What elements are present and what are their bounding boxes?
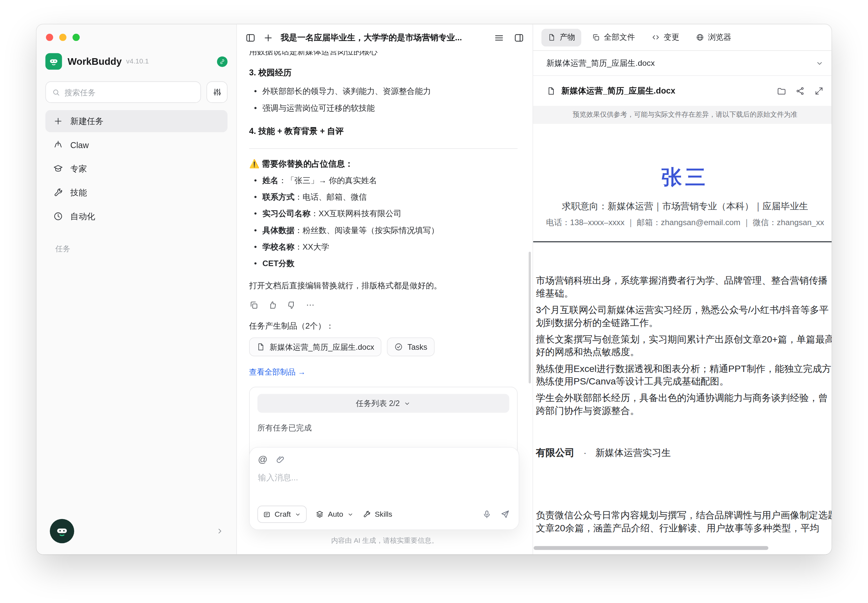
placeholder-item: CET分数 bbox=[249, 255, 518, 271]
message-divider bbox=[249, 148, 518, 149]
chevron-right-icon bbox=[215, 527, 224, 536]
plus-icon bbox=[53, 116, 63, 126]
sidebar-menu: 新建任务 Claw 专家 bbox=[45, 110, 228, 227]
sidebar-item-label: 专家 bbox=[70, 164, 87, 174]
preview-disclaimer: 预览效果仅供参考，可能与实际文件存在差异，请以下载后的原始文件为准 bbox=[533, 106, 832, 124]
auto-mode-button[interactable]: Auto bbox=[316, 510, 353, 518]
task-list-title: 任务列表 2/2 bbox=[356, 397, 400, 410]
app-name: WorkBuddy bbox=[67, 56, 122, 67]
resume-line: 熟练使用Excel进行数据透视和图表分析；精通PPT制作，能独立完成方 bbox=[536, 362, 832, 375]
warning-heading: ⚠️ 需要你替换的占位信息： bbox=[249, 158, 518, 170]
files-icon bbox=[592, 33, 600, 41]
resume-line: 维基础。 bbox=[536, 287, 832, 300]
bullet-item: 外联部部长的领导力、谈判能力、资源整合能力 bbox=[249, 83, 518, 99]
composer-toolbar: Craft Auto Skills bbox=[257, 506, 510, 523]
warning-icon: ⚠️ bbox=[249, 159, 259, 168]
expand-icon[interactable] bbox=[814, 86, 824, 95]
search-icon bbox=[52, 88, 60, 97]
history-panel-icon[interactable] bbox=[245, 32, 256, 43]
tab-all-files[interactable]: 全部文件 bbox=[586, 28, 641, 46]
message-actions bbox=[249, 300, 518, 310]
craft-mode-button[interactable]: Craft bbox=[257, 506, 307, 523]
skills-button[interactable]: Skills bbox=[363, 510, 392, 518]
split-panel-icon[interactable] bbox=[514, 32, 524, 43]
placeholder-item: 联系方式：电话、邮箱、微信 bbox=[249, 189, 518, 205]
chat-header: 我是一名应届毕业生，大学学的是市场营销专业... bbox=[237, 25, 533, 51]
resume-line: 3个月互联网公司新媒体运营实习经历，熟悉公众号/小红书/抖音等多平 bbox=[536, 304, 832, 316]
new-chat-icon[interactable] bbox=[263, 32, 274, 43]
search-row bbox=[45, 81, 228, 103]
sidebar-footer bbox=[50, 519, 224, 543]
search-input[interactable] bbox=[65, 88, 194, 97]
layers-icon bbox=[316, 510, 324, 518]
more-options-icon[interactable] bbox=[305, 300, 315, 310]
link-icon bbox=[219, 59, 225, 65]
message-input[interactable] bbox=[258, 472, 510, 482]
app-logo-icon bbox=[45, 53, 62, 70]
resume-line: 市场营销科班出身，系统掌握消费者行为学、品牌管理、整合营销传播 bbox=[536, 274, 832, 287]
attach-icon[interactable] bbox=[276, 455, 285, 464]
sidebar-item-automation[interactable]: 自动化 bbox=[45, 205, 228, 227]
sidebar-item-label: 新建任务 bbox=[70, 116, 104, 127]
microphone-icon[interactable] bbox=[482, 509, 491, 519]
view-all-artifacts-link[interactable]: 查看全部制品 → bbox=[249, 366, 305, 378]
check-circle-icon bbox=[394, 342, 403, 351]
automation-icon bbox=[53, 211, 63, 221]
screen: WorkBuddy v4.10.1 bbox=[0, 0, 868, 603]
sidebar-item-claw[interactable]: Claw bbox=[45, 134, 228, 156]
placeholder-item: 实习公司名称：XX互联网科技有限公司 bbox=[249, 205, 518, 222]
menu-icon[interactable] bbox=[494, 32, 504, 43]
zoom-window-button[interactable] bbox=[73, 34, 80, 41]
clipped-message-line: 用数据说话是新媒体运营岗位的核心 bbox=[249, 51, 518, 57]
filter-button[interactable] bbox=[206, 81, 228, 103]
expert-icon bbox=[53, 164, 63, 173]
placeholder-list: 姓名：「张三」→ 你的真实姓名 联系方式：电话、邮箱、微信 实习公司名称：XX互… bbox=[249, 172, 518, 271]
close-window-button[interactable] bbox=[46, 34, 53, 41]
claw-icon bbox=[53, 140, 63, 150]
tasks-chip[interactable]: Tasks bbox=[387, 337, 435, 356]
sidebar-item-experts[interactable]: 专家 bbox=[45, 158, 228, 180]
artifact-chips: 新媒体运营_简历_应届生.docx Tasks bbox=[249, 337, 518, 356]
composer-attachments-row: @ bbox=[258, 455, 510, 464]
resume-line: 熟练使用PS/Canva等设计工具完成基础配图。 bbox=[536, 375, 832, 388]
preview-horizontal-scrollbar[interactable] bbox=[533, 546, 769, 550]
artifacts-label: 任务产生制品（2个）： bbox=[249, 320, 518, 332]
resume-line: 划到数据分析的全链路工作。 bbox=[536, 316, 832, 329]
resume-line: 协助运营小红书和企业抖音账号，参与短视频脚本策划与拍摄执行； bbox=[536, 553, 832, 554]
tab-browser[interactable]: 浏览器 bbox=[690, 28, 737, 46]
tasks-chip-label: Tasks bbox=[408, 341, 427, 353]
sidebar-item-skills[interactable]: 技能 bbox=[45, 181, 228, 204]
user-avatar[interactable] bbox=[50, 519, 74, 543]
sidebar: WorkBuddy v4.10.1 bbox=[36, 25, 237, 554]
artifact-file-chip[interactable]: 新媒体运营_简历_应届生.docx bbox=[249, 337, 381, 356]
resume-line: 好的网感和热点敏感度。 bbox=[536, 346, 832, 358]
document-preview: 张三 求职意向：新媒体运营｜市场营销专业（本科）｜应届毕业生 电话：138–xx… bbox=[533, 124, 832, 554]
sliders-icon bbox=[212, 87, 222, 97]
sidebar-item-label: Claw bbox=[70, 140, 89, 150]
open-folder-icon[interactable] bbox=[777, 86, 786, 95]
window-controls bbox=[36, 25, 236, 41]
send-icon[interactable] bbox=[501, 509, 510, 519]
task-list-status: 所有任务已完成 bbox=[257, 422, 509, 434]
bullet-item: 强调与运营岗位可迁移的软技能 bbox=[249, 99, 518, 116]
app-version: v4.10.1 bbox=[126, 57, 149, 65]
task-list-header[interactable]: 任务列表 2/2 bbox=[257, 394, 509, 413]
copy-icon[interactable] bbox=[249, 300, 258, 310]
artifact-file-dropdown[interactable]: 新媒体运营_简历_应届生.docx bbox=[533, 51, 832, 76]
chat-scrollbar[interactable] bbox=[529, 252, 531, 383]
ai-disclaimer: 内容由 AI 生成，请核实重要信息。 bbox=[237, 536, 533, 546]
connection-status-badge[interactable] bbox=[217, 56, 228, 67]
artifact-panel: 产物 全部文件 变更 bbox=[533, 25, 832, 554]
minimize-window-button[interactable] bbox=[59, 34, 67, 41]
mention-icon[interactable]: @ bbox=[258, 455, 268, 464]
tab-artifacts[interactable]: 产物 bbox=[541, 28, 581, 46]
placeholder-item: 姓名：「张三」→ 你的真实姓名 bbox=[249, 172, 518, 189]
tab-changes[interactable]: 变更 bbox=[645, 28, 685, 46]
sidebar-item-new-task[interactable]: 新建任务 bbox=[45, 110, 228, 132]
collapse-sidebar-button[interactable] bbox=[215, 527, 224, 536]
thumbs-up-icon[interactable] bbox=[268, 300, 277, 310]
message-heading: 4. 技能 + 教育背景 + 自评 bbox=[249, 125, 518, 137]
share-icon[interactable] bbox=[795, 86, 805, 95]
resume-line: 学生会外联部部长经历，具备出色的沟通协调能力与商务谈判经验，曾 bbox=[536, 392, 832, 404]
thumbs-down-icon[interactable] bbox=[287, 300, 296, 310]
